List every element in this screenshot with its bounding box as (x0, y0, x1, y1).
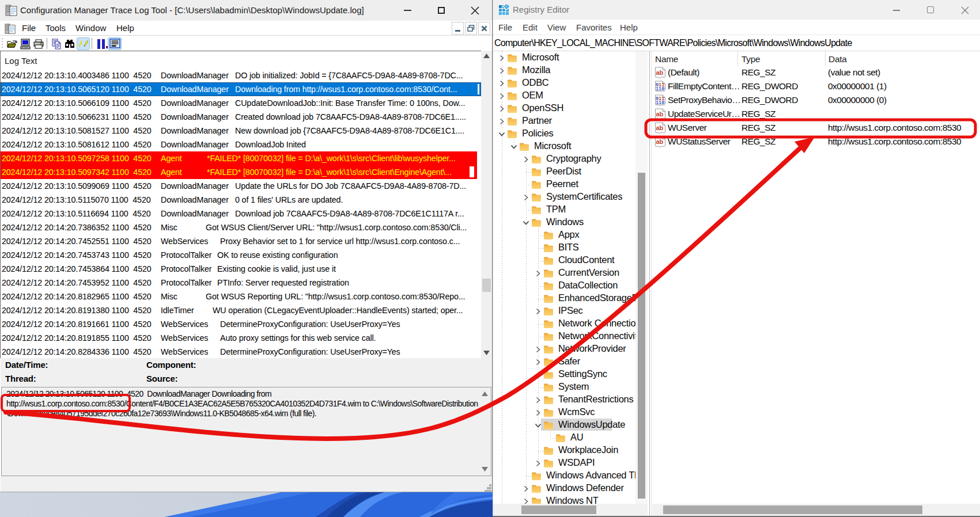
svg-text:110: 110 (656, 86, 664, 92)
svg-text:ab: ab (656, 111, 664, 117)
svg-text:ab: ab (656, 69, 664, 76)
svg-text:110: 110 (656, 100, 664, 106)
svg-text:ab: ab (656, 124, 664, 131)
svg-text:ab: ab (656, 138, 664, 145)
